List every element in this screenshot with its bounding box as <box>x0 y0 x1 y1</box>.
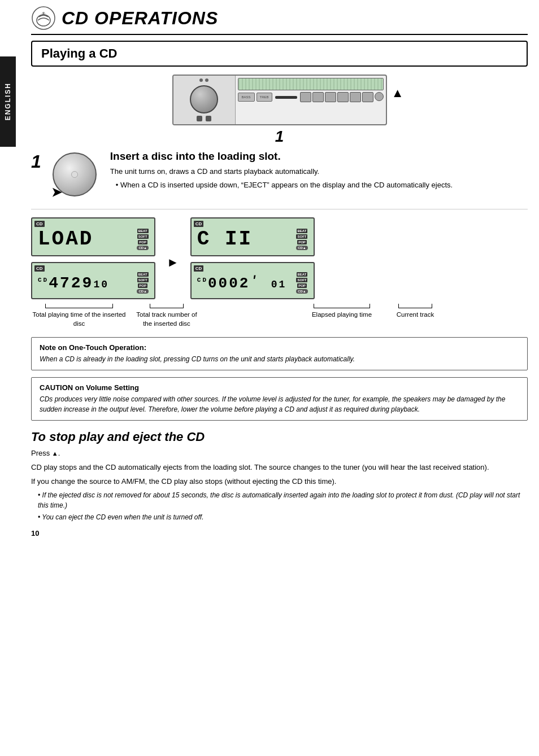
cd-badge-pause: CD <box>194 221 204 227</box>
stop-para1: CD play stops and the CD automatically e… <box>31 462 528 474</box>
pause-indicators: BEAT SOFT POP CD▲ <box>296 229 308 250</box>
time-display-content: CD472910 BEAT SOFT POP CD▲ <box>38 272 149 294</box>
cd-badge-load: CD <box>34 221 45 227</box>
display-panels-area: CD LOAD BEAT SOFT POP CD▲ CD CD472910 <box>31 217 528 299</box>
pause-text: C II <box>197 228 253 251</box>
stop-para2: If you change the source to AM/FM, the C… <box>31 476 528 488</box>
note1-text: When a CD is already in the loading slot… <box>40 354 519 364</box>
stop-heading: To stop play and eject the CD <box>31 430 528 444</box>
elapsed-bracket <box>314 304 370 308</box>
elapsed-text: CD0002ʹ 01 <box>197 274 287 292</box>
cd-knob <box>190 85 218 113</box>
step1-bullet: • When a CD is inserted upside down, “EJ… <box>110 180 528 191</box>
pause-panel: CD C II BEAT SOFT POP CD▲ <box>190 217 315 256</box>
svg-point-2 <box>37 15 50 26</box>
sidebar-label: ENGLISH <box>4 82 12 120</box>
cd-badge-time: CD <box>34 265 45 272</box>
total-tracks-label: Total track number of the inserted disc <box>133 310 201 328</box>
total-tracks-label-group: Total track number of the inserted disc <box>133 304 201 328</box>
pop-ind: POP <box>138 240 147 244</box>
stop-bullet1: • If the ejected disc is not removed for… <box>31 490 528 510</box>
step1-section: 1 ➤ Insert a disc into the loading slot.… <box>31 150 528 209</box>
page-header: ® CD OPERATIONS <box>31 6 528 35</box>
step-arrow-down: 1 <box>275 128 284 146</box>
beat-ind3: BEAT <box>297 229 308 233</box>
cd-unit-image: BASS TREB <box>172 75 387 125</box>
elapsed-label: Elapsed playing time <box>312 310 372 319</box>
page-title: CD OPERATIONS <box>62 8 218 29</box>
cd-display <box>238 78 384 90</box>
total-time-bracket <box>45 304 113 308</box>
stop-bullet2: • You can eject the CD even when the uni… <box>31 512 528 522</box>
load-text: LOAD <box>38 228 93 251</box>
step1-heading: Insert a disc into the loading slot. <box>110 150 528 163</box>
soft-ind4: SOFT <box>296 278 307 282</box>
elapsed-display-content: CD0002ʹ 01 BEAT SOFT POP CD▲ <box>197 272 308 294</box>
section-title: Playing a CD <box>41 46 117 60</box>
cd-buttons-area: BASS TREB <box>238 92 384 102</box>
note1-title: Note on One-Touch Operation: <box>40 343 519 352</box>
press-label: Press <box>31 449 50 457</box>
page-number: 10 <box>31 529 528 537</box>
soft-ind2: SOFT <box>137 278 149 282</box>
labels-row: Total playing time of the inserted disc … <box>31 304 528 328</box>
sidebar-english: ENGLISH <box>0 56 16 147</box>
total-tracks-bracket <box>150 304 184 308</box>
load-indicators: BEAT SOFT POP CD▲ <box>137 229 149 250</box>
total-time-text: CD472910 <box>38 274 109 292</box>
pop-ind2: POP <box>138 283 147 288</box>
pause-display-content: C II BEAT SOFT POP CD▲ <box>197 228 308 251</box>
note1-box: Note on One-Touch Operation: When a CD i… <box>31 337 528 370</box>
beat-ind: BEAT <box>137 229 149 233</box>
eject-symbol: ▲ <box>52 450 58 457</box>
soft-ind: SOFT <box>137 234 149 239</box>
step1-number: 1 <box>31 151 41 172</box>
disc-illustration: ➤ <box>50 150 101 201</box>
current-track-bracket <box>398 304 432 308</box>
current-track-label: Current track <box>397 310 434 319</box>
elapsed-track-panel: CD CD0002ʹ 01 BEAT SOFT POP CD▲ <box>190 262 315 299</box>
left-labels: Total playing time of the inserted disc … <box>31 304 302 328</box>
note2-box: CAUTION on Volume Setting CDs produces v… <box>31 377 528 421</box>
step1-desc: The unit turns on, draws a CD and starts… <box>110 166 528 177</box>
load-panel: CD LOAD BEAT SOFT POP CD▲ <box>31 217 155 256</box>
current-track-label-group: Current track <box>387 304 444 319</box>
arrow-between: ► <box>167 255 179 270</box>
bullet-symbol: • <box>116 181 120 189</box>
soft-ind3: SOFT <box>296 234 307 239</box>
section-title-box: Playing a CD <box>31 41 528 67</box>
pop-ind3: POP <box>297 240 307 244</box>
beat-ind4: BEAT <box>297 272 308 277</box>
total-track-text: 10 <box>93 279 109 290</box>
stop-press-line: Press ▲. <box>31 448 528 460</box>
device-diagram: BASS TREB <box>31 75 528 150</box>
right-labels: Elapsed playing time Current track <box>302 304 444 328</box>
left-panels: CD LOAD BEAT SOFT POP CD▲ CD CD472910 <box>31 217 155 299</box>
elapsed-label-group: Elapsed playing time <box>302 304 381 319</box>
elapsed-indicators: BEAT SOFT POP CD▲ <box>296 272 308 294</box>
time-indicators: BEAT SOFT POP CD▲ <box>137 272 149 294</box>
pop-ind4: POP <box>297 283 307 288</box>
note2-text: CDs produces very little noise compared … <box>40 394 519 414</box>
load-display-content: LOAD BEAT SOFT POP CD▲ <box>38 228 149 251</box>
eject-arrow-symbol: ▲ <box>392 86 404 100</box>
kenwood-logo-icon: ® <box>31 6 56 30</box>
total-time-label-group: Total playing time of the inserted disc <box>31 304 127 328</box>
cd-badge-elapsed: CD <box>194 265 204 272</box>
note2-title: CAUTION on Volume Setting <box>40 383 519 392</box>
cds-ind3: CD▲ <box>296 246 308 250</box>
time-track-panel: CD CD472910 BEAT SOFT POP CD▲ <box>31 262 155 299</box>
total-time-label: Total playing time of the inserted disc <box>31 310 127 328</box>
stop-section: To stop play and eject the CD Press ▲. C… <box>31 430 528 522</box>
cds-ind4: CD▲ <box>296 289 308 294</box>
right-panels: CD C II BEAT SOFT POP CD▲ CD CD0002ʹ 01 <box>190 217 315 299</box>
step1-text: Insert a disc into the loading slot. The… <box>110 150 528 190</box>
cds-ind2: CD▲ <box>137 289 149 294</box>
beat-ind2: BEAT <box>137 272 149 277</box>
cds-ind: CD▲ <box>137 246 149 250</box>
